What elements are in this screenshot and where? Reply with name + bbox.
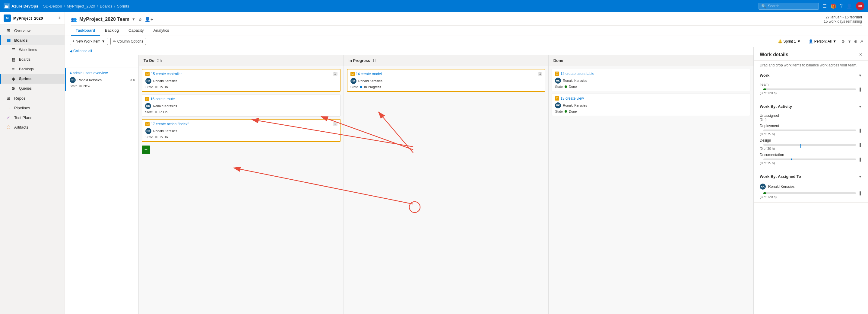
toolbar: + New Work Item ▼ ✏ Column Options 🔔 Spr… (65, 36, 868, 47)
app-logo: Azure DevOps (4, 3, 38, 9)
sidebar-item-boards[interactable]: ▦ Boards (0, 35, 65, 45)
work-by-activity-content: Unassigned (3 h) Deployment ▌ (754, 112, 868, 171)
chevron-down-icon[interactable]: ▼ (132, 17, 135, 22)
azure-devops-logo-icon (4, 3, 10, 9)
new-work-item-button[interactable]: + New Work Item ▼ (70, 38, 108, 45)
story-title[interactable]: 4 admin users overview (70, 71, 135, 75)
story-panel-header (65, 55, 138, 68)
person-selector[interactable]: 👤 Person: All ▼ (806, 38, 839, 45)
star-icon[interactable]: ☆ (138, 17, 142, 22)
filter-icon[interactable]: ▼ (847, 39, 851, 44)
sidebar-item-boards-sub[interactable]: ▦ Boards (0, 55, 65, 64)
tab-capacity[interactable]: Capacity (124, 26, 149, 36)
work-by-activity-header[interactable]: Work By: Activity ▼ (754, 101, 868, 112)
gift-icon[interactable]: 🎁 (830, 3, 836, 9)
card-17-avatar: RK (145, 128, 151, 134)
work-by-assigned-section: Work By: Assigned To ▼ RK Ronald Kerssie… (754, 171, 868, 203)
add-project-button[interactable]: + (58, 15, 61, 22)
task-card-17[interactable]: ☑ 17 create action "index" 1 RK Ronald K… (142, 119, 341, 142)
card-14-title[interactable]: 14 create model (356, 72, 382, 76)
person-icon[interactable]: 👤 (846, 3, 852, 9)
panel-close-button[interactable]: × (859, 52, 862, 57)
task-card-12[interactable]: ☑ 12 create users table RK Ronald Kerssi… (552, 69, 750, 91)
card-12-avatar: RK (555, 78, 561, 84)
card-13-title[interactable]: 13 create view (560, 96, 584, 101)
sidebar-item-work-items[interactable]: ☰ Work items (0, 45, 65, 55)
task-icon-13: ☑ (555, 96, 559, 101)
sidebar-item-overview[interactable]: ⊞ Overview (0, 26, 65, 35)
design-label: Design (760, 138, 862, 143)
tab-analytics[interactable]: Analytics (149, 26, 174, 36)
sidebar-item-artifacts[interactable]: ⬡ Artifacts (0, 122, 65, 132)
sprint-icon: 🔔 (778, 39, 782, 44)
card-12-title-row: ☑ 12 create users table (555, 72, 747, 76)
artifacts-icon: ⬡ (6, 124, 11, 130)
sidebar-item-queries[interactable]: ⚙ Queries (0, 84, 65, 93)
gear-icon[interactable]: ⚙ (854, 39, 858, 44)
story-avatar: RK (70, 77, 76, 83)
breadcrumb-item-1[interactable]: MyProject_2020 (67, 4, 95, 8)
people-settings-icon[interactable]: 👤+ (145, 17, 153, 22)
panel-header: Work details × (754, 47, 868, 61)
task-card-16[interactable]: ☑ 16 cerate route RK Ronald Kerssies (142, 94, 341, 117)
story-assignee: RK Ronald Kerssies 3 h (70, 77, 135, 83)
column-options-button[interactable]: ✏ Column Options (111, 38, 146, 45)
unassigned-label: Unassigned (760, 114, 862, 118)
work-team-label: Team (760, 82, 862, 87)
tab-taskboard[interactable]: Taskboard (71, 26, 100, 36)
card-17-title-row: ☑ 17 create action "index" (145, 122, 337, 126)
task-card-15[interactable]: ☑ 15 create controller 1 RK Ronald Kerss… (142, 69, 341, 92)
work-section-title: Work (760, 73, 769, 78)
search-box[interactable]: 🔍 (758, 3, 819, 10)
search-input[interactable] (768, 4, 810, 8)
breadcrumb-item-3[interactable]: Sprints (117, 4, 129, 8)
tab-backlog[interactable]: Backlog (100, 26, 124, 36)
collapse-all-button[interactable]: Collapse all (73, 49, 92, 53)
work-right-bar: ▌ (860, 88, 862, 91)
col-inprogress-label: In Progress (348, 58, 370, 63)
work-by-assigned-header[interactable]: Work By: Assigned To ▼ (754, 171, 868, 182)
sidebar-item-backlogs[interactable]: ≡ Backlogs (0, 64, 65, 74)
col-header-done: Done (549, 55, 753, 66)
work-section-header[interactable]: Work ▼ (754, 70, 868, 81)
sprint-selector[interactable]: 🔔 Sprint 1 ▼ (775, 38, 803, 45)
toolbar-right: 🔔 Sprint 1 ▼ 👤 Person: All ▼ ⚙ ▼ ⚙ ↗ (775, 38, 863, 45)
sprint-chevron-icon: ▼ (797, 39, 801, 44)
task-card-14[interactable]: ☑ 14 create model 1 RK Ronald Kerssies (347, 69, 546, 92)
list-icon[interactable]: ☰ (823, 3, 827, 9)
card-12-title[interactable]: 12 create users table (560, 72, 594, 76)
board-columns-area: To Do 2 h In Progress 1 h Done (139, 55, 753, 314)
card-16-title[interactable]: 16 cerate route (151, 97, 175, 101)
sidebar-item-test-plans[interactable]: ✓ Test Plans (0, 113, 65, 122)
card-17-title[interactable]: 17 create action "index" (151, 122, 189, 126)
settings-icon[interactable]: ⚙ (841, 39, 845, 44)
add-task-button[interactable]: + (142, 145, 150, 154)
card-14-state-row: State In Progress (350, 85, 542, 89)
sidebar-item-pipelines[interactable]: → Pipelines (0, 103, 65, 113)
content-header: 👥 MyProject_2020 Team ▼ ☆ 👤+ 27 januari … (65, 12, 868, 36)
card-14-badge: 1 (538, 72, 542, 76)
sidebar-label-work-items: Work items (19, 48, 37, 52)
help-icon[interactable]: ? (840, 3, 843, 9)
breadcrumb-item-0[interactable]: SD-Deltion (43, 4, 62, 8)
user-avatar[interactable]: RK (856, 2, 864, 10)
team-name: MyProject_2020 Team (79, 17, 129, 22)
design-bar-marker (801, 144, 801, 148)
sprint-label: Sprint 1 (783, 39, 796, 44)
expand-icon[interactable]: ↗ (860, 39, 863, 44)
board-layout: 4 admin users overview RK Ronald Kerssie… (65, 55, 753, 314)
search-icon: 🔍 (761, 4, 766, 8)
breadcrumb-item-2[interactable]: Boards (100, 4, 112, 8)
col-done-label: Done (553, 58, 563, 63)
card-15-title[interactable]: 15 create controller (151, 72, 182, 76)
sidebar-item-repos[interactable]: ⊞ Repos (0, 93, 65, 103)
task-card-13[interactable]: ☑ 13 create view RK Ronald Kerssies (552, 94, 750, 116)
card-16-assignee-name: Ronald Kerssies (153, 104, 177, 108)
sidebar-item-sprints[interactable]: ◈ Sprints (0, 74, 65, 84)
card-14-state-value: In Progress (364, 85, 381, 89)
card-17-badge: 1 (333, 122, 338, 126)
new-work-item-label: New Work Item (76, 39, 100, 44)
board-column-todo: ☑ 15 create controller 1 RK Ronald Kerss… (139, 66, 344, 314)
documentation-bar-row: ▌ (760, 158, 862, 161)
deployment-bar-marker: ▌ (860, 129, 862, 132)
